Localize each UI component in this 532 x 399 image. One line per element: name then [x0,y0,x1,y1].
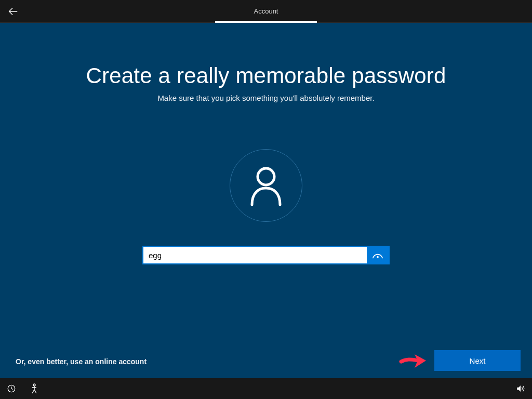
ease-of-access-button[interactable] [6,383,17,394]
svg-point-2 [377,256,379,258]
tab-label: Account [254,7,278,15]
svg-point-4 [33,384,35,386]
back-arrow-icon [7,6,19,17]
volume-button[interactable] [515,383,526,394]
accessibility-button[interactable] [29,383,39,394]
header-bar: Account [0,0,532,23]
avatar-placeholder [230,149,302,222]
reveal-password-button[interactable] [367,247,389,263]
volume-icon [515,384,526,393]
tab-account[interactable]: Account [215,0,317,23]
password-input[interactable] [143,247,367,263]
annotation-arrow-icon [399,350,428,371]
accessibility-icon [30,383,38,394]
next-button[interactable]: Next [434,350,521,371]
back-button[interactable] [7,0,19,23]
page-title: Create a really memorable password [0,63,532,88]
footer-bar [0,378,532,399]
svg-point-1 [258,168,274,185]
eye-icon [372,251,383,259]
ease-of-access-icon [7,384,16,393]
page-subtitle: Make sure that you pick something you'll… [0,94,532,102]
main-panel: Create a really memorable password Make … [0,23,532,378]
password-field-row [142,246,390,264]
use-online-account-link[interactable]: Or, even better, use an online account [16,357,147,366]
svg-marker-5 [517,385,521,392]
person-icon [248,165,284,206]
